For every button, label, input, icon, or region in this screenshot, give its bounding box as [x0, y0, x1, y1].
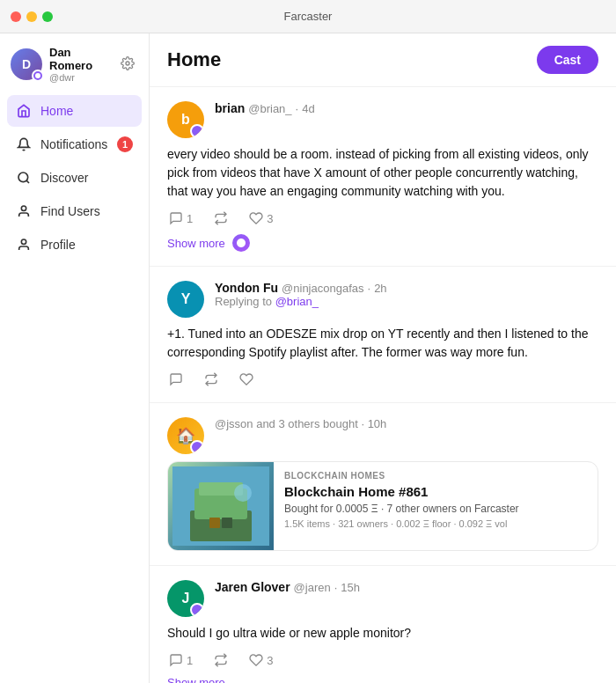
- post-time-1: 4d: [302, 102, 314, 115]
- traffic-lights: [11, 11, 53, 22]
- profile-handle: @dwr: [49, 72, 117, 83]
- nft-card-3: BLOCKCHAIN HOMES Blockchain Home #861 Bo…: [167, 461, 598, 551]
- nft-stats-3: 1.5K items · 321 owners · 0.002 Ξ floor …: [284, 518, 587, 529]
- nft-name-3: Blockchain Home #861: [284, 484, 587, 499]
- show-more-row-4: Show more: [167, 676, 598, 683]
- home-icon: [16, 103, 32, 119]
- page-title: Home: [167, 48, 221, 71]
- profile-name: Dan Romero: [49, 46, 117, 72]
- svg-point-1: [18, 173, 28, 182]
- post-avatar-1: b: [167, 101, 204, 138]
- svg-rect-9: [209, 518, 220, 528]
- like-button-2[interactable]: [238, 371, 255, 388]
- post-meta-row-1: brian @brian_ · 4d: [215, 101, 315, 115]
- farcaster-icon-1: [232, 234, 250, 252]
- post-text-1: every video should be a room. instead of…: [167, 145, 598, 201]
- profile-label: Profile: [40, 238, 76, 252]
- main-header: Home Cast: [150, 33, 616, 87]
- comment-button-4[interactable]: 1: [167, 651, 194, 669]
- post-time-2: 2h: [374, 282, 386, 295]
- titlebar: Farcaster: [0, 0, 616, 33]
- post-header-3: 🏠 @jsson and 3 others bought · 10h: [167, 417, 598, 454]
- post-author-4: Jaren Glover: [215, 580, 290, 594]
- show-more-4[interactable]: Show more: [167, 676, 225, 683]
- post-header-4: J Jaren Glover @jaren · 15h: [167, 580, 598, 617]
- avatar-badge-3: [190, 440, 204, 454]
- post-meta-4: Jaren Glover @jaren · 15h: [215, 580, 360, 594]
- post-separator-2: ·: [368, 282, 371, 295]
- comment-count-1: 1: [187, 212, 193, 225]
- sidebar-item-notifications[interactable]: Notifications 1: [7, 129, 142, 160]
- sidebar-item-profile[interactable]: Profile: [7, 229, 142, 261]
- post-text-2: +1. Tuned into an ODESZE mix drop on YT …: [167, 325, 598, 362]
- nft-image-3: [168, 462, 274, 550]
- post-header-2: Y Yondon Fu @ninjacongafas · 2h Replying…: [167, 281, 598, 318]
- minimize-button[interactable]: [26, 11, 37, 22]
- post-1: b brian @brian_ · 4d every video should …: [150, 87, 616, 267]
- post-3: 🏠 @jsson and 3 others bought · 10h: [150, 403, 616, 566]
- notifications-label: Notifications: [40, 137, 107, 151]
- recast-button-2[interactable]: [202, 371, 220, 388]
- cast-button[interactable]: Cast: [537, 46, 598, 74]
- post-meta-row-2: Yondon Fu @ninjacongafas · 2h: [215, 281, 387, 295]
- sidebar-item-home[interactable]: Home: [7, 95, 142, 127]
- post-header-1: b brian @brian_ · 4d: [167, 101, 598, 138]
- show-more-1[interactable]: Show more: [167, 237, 225, 250]
- profile-left: D Dan Romero @dwr: [11, 46, 117, 83]
- sidebar-item-find-users[interactable]: Find Users: [7, 195, 142, 227]
- sidebar-nav: Home Notifications 1: [0, 95, 149, 261]
- main-content: Home Cast b brian @brian_ · 4d: [150, 33, 616, 683]
- notifications-badge: 1: [117, 136, 133, 152]
- avatar-badge-dot: [35, 73, 40, 78]
- app-title: Farcaster: [284, 10, 333, 23]
- svg-line-2: [26, 180, 29, 183]
- close-button[interactable]: [11, 11, 21, 22]
- profile-icon: [16, 237, 32, 253]
- post-meta-2: Yondon Fu @ninjacongafas · 2h Replying t…: [215, 281, 387, 313]
- post-handle-4: @jaren: [294, 581, 331, 594]
- post-author-2: Yondon Fu: [215, 281, 278, 295]
- svg-rect-10: [222, 518, 232, 528]
- post-reply-2: Replying to @brian_: [215, 295, 387, 308]
- post-avatar-4: J: [167, 580, 204, 617]
- recast-button-4[interactable]: [212, 651, 230, 669]
- sidebar-profile: D Dan Romero @dwr: [0, 33, 149, 95]
- post-time-4: 15h: [341, 581, 360, 594]
- discover-label: Discover: [40, 171, 88, 185]
- fullscreen-button[interactable]: [42, 11, 53, 22]
- sidebar-item-discover[interactable]: Discover: [7, 162, 142, 194]
- profile-names: Dan Romero @dwr: [49, 46, 117, 83]
- comment-button-1[interactable]: 1: [167, 209, 194, 227]
- app-body: D Dan Romero @dwr: [0, 33, 616, 683]
- post-meta-3: @jsson and 3 others bought · 10h: [215, 417, 386, 437]
- comment-button-2[interactable]: [167, 371, 185, 388]
- post-2: Y Yondon Fu @ninjacongafas · 2h Replying…: [150, 267, 616, 403]
- like-button-4[interactable]: 3: [247, 651, 275, 669]
- post-separator-1: ·: [296, 102, 299, 115]
- home-label: Home: [40, 104, 73, 118]
- comment-count-4: 1: [187, 654, 193, 667]
- bought-label-3: @jsson and 3 others bought · 10h: [215, 417, 386, 430]
- post-handle-2: @ninjacongafas: [282, 282, 363, 295]
- like-button-1[interactable]: 3: [247, 209, 275, 227]
- svg-point-0: [126, 62, 129, 65]
- svg-point-3: [21, 206, 26, 210]
- nft-collection-3: BLOCKCHAIN HOMES: [284, 471, 587, 481]
- like-count-1: 3: [267, 212, 273, 225]
- compass-icon: [16, 170, 32, 186]
- svg-point-11: [234, 484, 252, 502]
- sidebar: D Dan Romero @dwr: [0, 33, 150, 683]
- find-users-label: Find Users: [40, 204, 100, 218]
- post-handle-1: @brian_: [248, 102, 291, 115]
- post-text-4: Should I go ultra wide or new apple moni…: [167, 624, 598, 643]
- find-users-icon: [16, 203, 32, 219]
- like-count-4: 3: [267, 654, 273, 667]
- avatar-badge-1: [190, 124, 204, 138]
- nft-price-3: Bought for 0.0005 Ξ · 7 other owners on …: [284, 503, 587, 515]
- nft-info-3: BLOCKCHAIN HOMES Blockchain Home #861 Bo…: [274, 462, 598, 550]
- settings-button[interactable]: [117, 53, 138, 77]
- post-author-1: brian: [215, 101, 245, 115]
- bell-icon: [16, 136, 32, 152]
- recast-button-1[interactable]: [212, 209, 230, 227]
- post-meta-row-4: Jaren Glover @jaren · 15h: [215, 580, 360, 594]
